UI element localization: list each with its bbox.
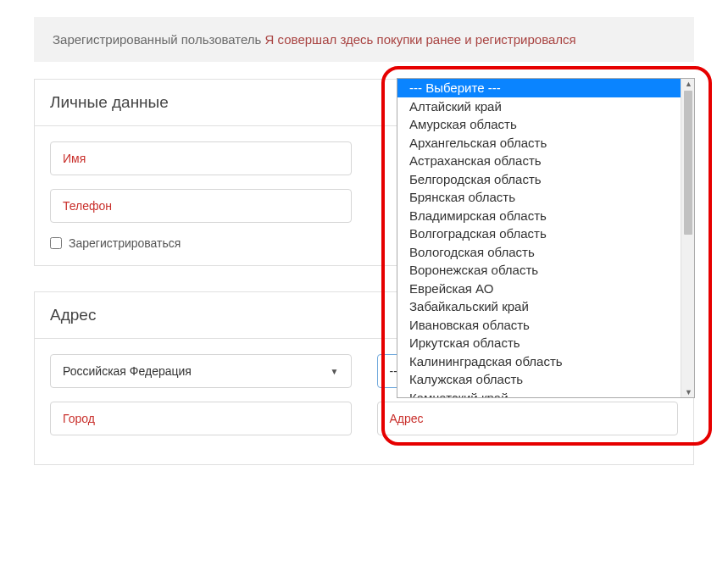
region-option[interactable]: Владимирская область — [397, 207, 681, 225]
region-option[interactable]: Волгоградская область — [397, 224, 681, 243]
name-input[interactable]: Имя — [50, 141, 352, 175]
region-option[interactable]: Воронежская область — [397, 261, 681, 280]
phone-input[interactable]: Телефон — [50, 189, 352, 223]
region-dropdown-list[interactable]: --- Выберите ---Алтайский крайАмурская о… — [397, 79, 681, 397]
region-option[interactable]: Белгородская область — [397, 170, 681, 189]
city-input[interactable]: Город — [50, 402, 352, 435]
region-option[interactable]: Брянская область — [397, 188, 681, 207]
alert-prefix: Зарегистрированный пользователь — [53, 32, 265, 47]
registered-user-alert: Зарегистрированный пользователь Я соверш… — [34, 17, 694, 62]
country-select[interactable]: Российская Федерация ▼ — [50, 354, 352, 388]
country-value: Российская Федерация — [63, 364, 192, 378]
scrollbar-thumb[interactable] — [684, 91, 692, 235]
region-option[interactable]: Камчатский край — [397, 389, 681, 398]
region-option[interactable]: Вологодская область — [397, 243, 681, 262]
region-option[interactable]: Забайкальский край — [397, 297, 681, 316]
register-label: Зарегистрироваться — [69, 236, 181, 250]
region-option[interactable]: Архангельская область — [397, 134, 681, 152]
address-input[interactable]: Адрес — [377, 402, 679, 435]
login-link[interactable]: Я совершал здесь покупки ранее и регистр… — [265, 32, 576, 47]
region-option[interactable]: Иркутская область — [397, 334, 681, 352]
region-option[interactable]: Алтайский край — [397, 97, 681, 116]
region-option[interactable]: Ивановская область — [397, 316, 681, 335]
region-option[interactable]: Астраханская область — [397, 152, 681, 170]
scrollbar[interactable]: ▲ ▼ — [681, 79, 694, 397]
scroll-up-icon[interactable]: ▲ — [685, 80, 692, 88]
region-option[interactable]: Еврейская АО — [397, 280, 681, 298]
chevron-down-icon: ▼ — [331, 367, 339, 376]
region-option[interactable]: Калужская область — [397, 370, 681, 389]
register-checkbox[interactable] — [50, 237, 62, 249]
region-option[interactable]: Калининградская область — [397, 352, 681, 371]
region-option[interactable]: --- Выберите --- — [397, 79, 681, 97]
region-dropdown: --- Выберите ---Алтайский крайАмурская о… — [397, 78, 695, 398]
scroll-down-icon[interactable]: ▼ — [685, 388, 692, 396]
region-option[interactable]: Амурская область — [397, 115, 681, 134]
